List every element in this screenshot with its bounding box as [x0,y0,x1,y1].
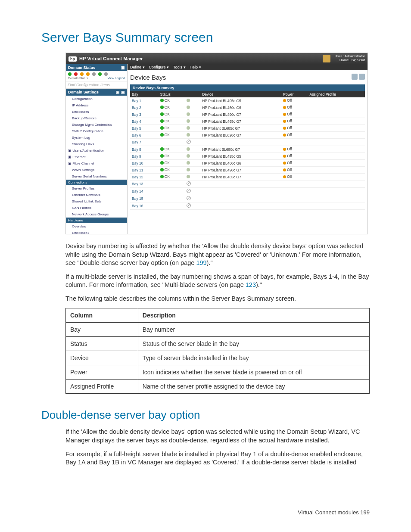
table-row: Bay 3OKHP ProLiant BL490c G7Off [130,111,365,118]
sidebar-item-wwn[interactable]: WWN Settings [66,167,127,173]
hp-logo-icon: hp [68,56,77,62]
na-icon [187,181,191,186]
bay-link[interactable]: Bay 2 [132,106,141,110]
bay-link[interactable]: Bay 9 [132,154,141,159]
sidebar-item[interactable]: Server Profiles [66,185,127,192]
sidebar-connections[interactable]: Connections [66,180,127,185]
find-input[interactable]: Find Configuration Items... [66,81,127,89]
table-row: Bay 8OKHP Proliant BL680c G7Off [130,146,365,153]
bay-link[interactable]: Bay 15 [132,196,143,201]
status-dot-na-icon [104,72,108,76]
menu-item[interactable]: Define ▾ [130,65,145,69]
bay-link[interactable]: Bay 1 [132,99,141,103]
profile-cell [308,97,365,104]
table-row: Bay 12OKHP ProLiant BL465c G7Off [130,174,365,180]
device-bays-table: BayStatusDevicePowerAssigned Profile Bay… [130,91,365,210]
sidebar-item-fibre[interactable]: ▣ Fibre Channel [66,160,127,167]
sidebar-item-users[interactable]: ▣ Users/Authentication [66,147,127,154]
bay-link[interactable]: Bay 7 [132,140,141,144]
table-row: Bay 7 [130,139,365,146]
power-off-icon: Off [283,126,292,130]
status-ok-icon: OK [160,112,170,116]
device-cell: HP ProLiant BL490c G7 [200,111,281,118]
device-cell [200,202,281,210]
profile-cell [308,174,365,180]
sidebar-hardware[interactable]: Hardware [66,218,127,223]
bay-link[interactable]: Bay 6 [132,133,141,137]
status-dot-warn-icon [80,72,84,76]
table-row: Bay 1OKHP ProLiant BL495c G5Off [130,97,365,104]
status-ok-icon: OK [160,98,170,103]
sidebar-item[interactable]: Enclosure1 [66,230,127,234]
bay-link[interactable]: Bay 13 [132,182,143,186]
table-row: Bay 2OKHP ProLiant BL460c G6Off [130,104,365,111]
sidebar-domain-status[interactable]: Domain Status▣ [66,64,127,71]
sidebar-item[interactable]: Ethernet Networks [66,192,127,198]
bay-link[interactable]: Bay 5 [132,126,141,131]
sidebar-item[interactable]: System Log [66,134,127,141]
power-off-icon: Off [283,105,292,109]
profile-cell [308,202,365,210]
vc-menubar[interactable]: Define ▾Configure ▾Tools ▾Help ▾ [128,64,367,70]
status-ok-icon: OK [160,161,170,165]
sidebar-item-ethernet[interactable]: ▣ Ethernet [66,154,127,160]
sidebar-domain-settings[interactable]: Domain Settings▣ ▣ [66,89,127,96]
bay-link[interactable]: Bay 12 [132,175,143,179]
profile-cell [308,160,365,167]
power-off-icon: Off [283,147,292,151]
sidebar-item[interactable]: Enclosures [66,109,127,115]
sidebar-item[interactable]: Backup/Restore [66,115,127,121]
sidebar-item[interactable]: Stacking Links [66,141,127,147]
power-off-icon: Off [283,133,292,137]
sidebar-item-serial[interactable]: Server Serial Numbers [66,173,127,180]
bay-link[interactable]: Bay 16 [132,204,143,208]
table-row: StatusStatus of the server blade in the … [66,337,370,351]
power-off-icon: Off [283,154,292,158]
table-header: Bay [130,91,159,97]
sidebar-item[interactable]: IP Address [66,102,127,109]
table-header: Status [159,91,185,97]
help-icon[interactable] [359,74,365,80]
device-icon [187,168,190,171]
view-legend-link[interactable]: View Legend [108,77,125,80]
bay-link[interactable]: Bay 3 [132,112,141,117]
power-off-icon: Off [283,98,292,103]
menu-item[interactable]: Tools ▾ [173,65,186,69]
sidebar-item[interactable]: Configuration [66,96,127,102]
bay-link[interactable]: Bay 11 [132,168,143,172]
table-cell: Assigned Profile [66,380,138,394]
sidebar-item[interactable]: Overview [66,223,127,230]
sidebar-status-panel: Domain StatusView Legend [66,71,127,81]
table-cell: Name of the server profile assigned to t… [138,380,369,394]
bay-link[interactable]: Bay 10 [132,161,143,165]
page-footer: Virtual Connect modules 199 [298,509,370,516]
profile-cell [308,180,365,188]
page-link-123[interactable]: 123 [246,281,256,288]
table-cell: Status of the server blade in the bay [138,337,369,351]
menu-item[interactable]: Configure ▾ [149,65,169,69]
table-header [185,91,200,97]
sidebar-item[interactable]: SAN Fabrics [66,205,127,211]
bay-link[interactable]: Bay 8 [132,147,141,152]
menu-item[interactable]: Help ▾ [190,65,201,69]
profile-cell [308,111,365,118]
status-ok-icon: OK [160,133,170,137]
table-row: Assigned ProfileName of the server profi… [66,380,370,394]
device-cell: HP ProLiant BL620c G7 [200,132,281,139]
sidebar-item[interactable]: Network Access Groups [66,211,127,218]
description-table: ColumnDescription BayBay numberStatusSta… [65,308,370,394]
page-link-199[interactable]: 199 [196,259,206,266]
status-dot-ok-icon [68,72,72,76]
bay-link[interactable]: Bay 4 [132,119,141,124]
page-title-2: Double-dense server bay option [41,408,370,422]
sidebar-item[interactable]: Storage Mgmt Credentials [66,121,127,128]
print-icon[interactable] [352,74,358,80]
device-icon [187,161,190,165]
device-cell: HP Proliant BL685c G7 [200,125,281,132]
bay-link[interactable]: Bay 14 [132,189,143,193]
profile-cell [308,167,365,174]
sidebar-item[interactable]: SNMP Configuration [66,128,127,134]
page-title-1: Server Bays Summary screen [41,30,370,45]
vc-header-title: HP Virtual Connect Manager [79,56,143,61]
sidebar-item[interactable]: Shared Uplink Sets [66,198,127,205]
